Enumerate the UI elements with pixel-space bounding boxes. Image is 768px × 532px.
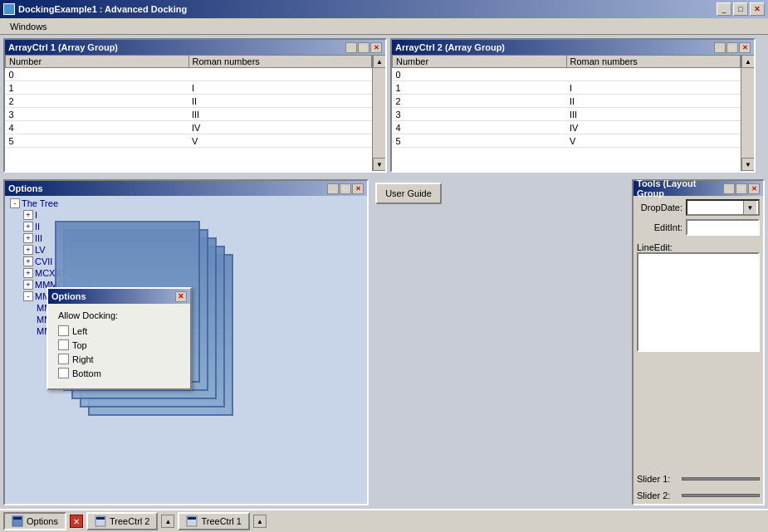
minimize-button[interactable]: _ — [717, 2, 731, 16]
title-bar: DockingExample1 : Advanced Docking _ □ ✕ — [0, 0, 768, 18]
options-dialog-title-bar[interactable]: Options ✕ — [48, 289, 190, 304]
taskbar-options-close[interactable]: ✕ — [70, 515, 83, 528]
array-ctrl-2-table-container: Number Roman numbers 01I2II3III4IV5V ▲ ▼ — [392, 55, 754, 171]
table-row[interactable]: 3III — [393, 108, 741, 121]
checkbox-right[interactable] — [58, 354, 69, 364]
checkbox-left[interactable] — [58, 325, 69, 336]
slider-1-row: Slider 1: — [637, 474, 760, 484]
checkbox-left-label: Left — [72, 326, 87, 336]
table-row[interactable]: 2II — [6, 95, 372, 108]
scroll-down-2[interactable]: ▼ — [741, 158, 754, 171]
table-row[interactable]: 4IV — [6, 121, 372, 134]
taskbar-treectrl2-small[interactable]: ▲ — [161, 515, 174, 528]
scroll-up-1[interactable]: ▲ — [373, 55, 385, 68]
scroll-up-2[interactable]: ▲ — [741, 55, 754, 68]
drop-date-arrow[interactable]: ▼ — [743, 201, 756, 214]
array-ctrl-2-scrollbar[interactable]: ▲ ▼ — [741, 55, 754, 171]
taskbar-treectrl2-button[interactable]: TreeCtrl 2 — [86, 512, 159, 530]
table-row[interactable]: 1I — [393, 81, 741, 95]
taskbar-treectrl1-button[interactable]: TreeCtrl 1 — [178, 512, 250, 530]
array-ctrl-1-minimize[interactable]: _ — [345, 42, 357, 53]
tree-expand-root[interactable]: - — [10, 198, 20, 208]
scroll-down-1[interactable]: ▼ — [373, 158, 385, 171]
tools-maximize[interactable]: □ — [736, 183, 747, 194]
tree-item-cvii-label: CVII — [35, 256, 52, 266]
checkbox-left-row: Left — [58, 325, 180, 336]
tree-expand-mmmcdxxi[interactable]: + — [23, 280, 33, 290]
main-area: ArrayCtrl 1 (Array Group) _ □ ✕ Number R… — [0, 35, 768, 532]
tree-expand-mmmcmlxx[interactable]: - — [23, 291, 33, 301]
array-ctrl-1-maximize[interactable]: □ — [358, 42, 369, 53]
table-row[interactable]: 0 — [393, 68, 741, 81]
array-ctrl-1-title-bar[interactable]: ArrayCtrl 1 (Array Group) _ □ ✕ — [5, 40, 385, 55]
menu-bar: Windows — [0, 18, 768, 35]
table-row[interactable]: 0 — [6, 68, 372, 81]
tools-close[interactable]: ✕ — [748, 183, 760, 194]
checkbox-top-row: Top — [58, 339, 180, 350]
tools-minimize[interactable]: _ — [723, 183, 735, 194]
window-title: DockingExample1 : Advanced Docking — [18, 4, 187, 14]
table-row[interactable]: 2II — [393, 95, 741, 108]
close-button[interactable]: ✕ — [750, 2, 765, 16]
options-dialog-content: Allow Docking: Left Top Right — [48, 304, 190, 388]
tree-expand-iii[interactable]: + — [23, 233, 33, 243]
table-row[interactable]: 4IV — [393, 121, 741, 134]
taskbar-treectrl2-label: TreeCtrl 2 — [110, 516, 150, 526]
user-guide-button[interactable]: User Guide — [375, 183, 442, 204]
options-panel-title-bar[interactable]: Options _ □ ✕ — [5, 181, 367, 196]
menu-windows[interactable]: Windows — [3, 20, 54, 33]
array-ctrl-2-close[interactable]: ✕ — [739, 42, 751, 53]
tools-panel-controls: _ □ ✕ — [723, 183, 760, 194]
tree-expand-cvii[interactable]: + — [23, 256, 33, 266]
user-guide-label: User Guide — [385, 188, 432, 198]
array-ctrl-1-title: ArrayCtrl 1 (Array Group) — [8, 42, 118, 52]
tree-root-label: The Tree — [22, 198, 58, 208]
tree-expand-ii[interactable]: + — [23, 222, 33, 232]
checkbox-top[interactable] — [58, 339, 69, 350]
bottom-area: Options _ □ ✕ - — [0, 178, 768, 532]
options-dialog-close[interactable]: ✕ — [175, 291, 187, 302]
options-taskbar-icon — [12, 515, 23, 527]
drop-date-row: DropDate: ▼ — [637, 199, 760, 216]
slider-1-track[interactable] — [682, 477, 760, 481]
treectrl1-taskbar-icon — [186, 515, 198, 527]
table-row[interactable]: 5V — [6, 134, 372, 148]
array-ctrl-2-maximize[interactable]: □ — [726, 42, 738, 53]
middle-area: User Guide — [372, 179, 629, 505]
slider-2-row: Slider 2: — [637, 491, 760, 500]
tree-expand-mcxxxviii[interactable]: + — [23, 268, 33, 278]
array-ctrl-2-panel: ArrayCtrl 2 (Array Group) _ □ ✕ Number R… — [390, 38, 756, 173]
checkbox-bottom-row: Bottom — [58, 368, 180, 378]
line-edit-area[interactable] — [637, 252, 760, 352]
taskbar: Options ✕ TreeCtrl 2 ▲ TreeCtrl 1 ▲ — [0, 509, 768, 532]
options-panel-maximize[interactable]: □ — [340, 183, 351, 194]
slider-2-track[interactable] — [682, 494, 760, 497]
array-ctrl-1-close[interactable]: ✕ — [370, 42, 382, 53]
table-row[interactable]: 5V — [393, 134, 741, 148]
checkbox-bottom[interactable] — [58, 368, 69, 378]
tree-item-i-label: I — [35, 210, 37, 220]
tree-expand-i[interactable]: + — [23, 210, 33, 220]
tree-item-lv-label: LV — [35, 245, 46, 255]
edit-int-input[interactable] — [686, 219, 760, 236]
array-ctrl-2-title: ArrayCtrl 2 (Array Group) — [395, 42, 505, 52]
array-ctrl-1-table: Number Roman numbers 01I2II3III4IV5V — [5, 55, 372, 148]
drop-date-field[interactable]: ▼ — [686, 199, 760, 216]
table-row[interactable]: 3III — [6, 108, 372, 121]
array-ctrl-2-minimize[interactable]: _ — [714, 42, 726, 53]
tree-container: - The Tree + I + II + III + LV — [5, 196, 367, 504]
slider-1-label: Slider 1: — [637, 474, 678, 484]
options-panel-minimize[interactable]: _ — [327, 183, 339, 194]
tools-panel-title-bar[interactable]: Tools (Layout Group _ □ ✕ — [633, 181, 763, 196]
tree-item-i[interactable]: + I — [7, 209, 365, 221]
array-ctrl-1-col-roman: Roman numbers — [188, 56, 372, 68]
table-row[interactable]: 1I — [6, 81, 372, 95]
array-ctrl-2-title-bar[interactable]: ArrayCtrl 2 (Array Group) _ □ ✕ — [392, 40, 754, 55]
array-ctrl-1-scrollbar[interactable]: ▲ ▼ — [372, 55, 385, 171]
tree-expand-lv[interactable]: + — [23, 245, 33, 255]
taskbar-options-button[interactable]: Options — [3, 512, 66, 530]
tree-root[interactable]: - The Tree — [7, 198, 365, 209]
options-panel-close[interactable]: ✕ — [352, 183, 364, 194]
maximize-button[interactable]: □ — [733, 2, 748, 16]
taskbar-treectrl1-small[interactable]: ▲ — [253, 515, 267, 528]
